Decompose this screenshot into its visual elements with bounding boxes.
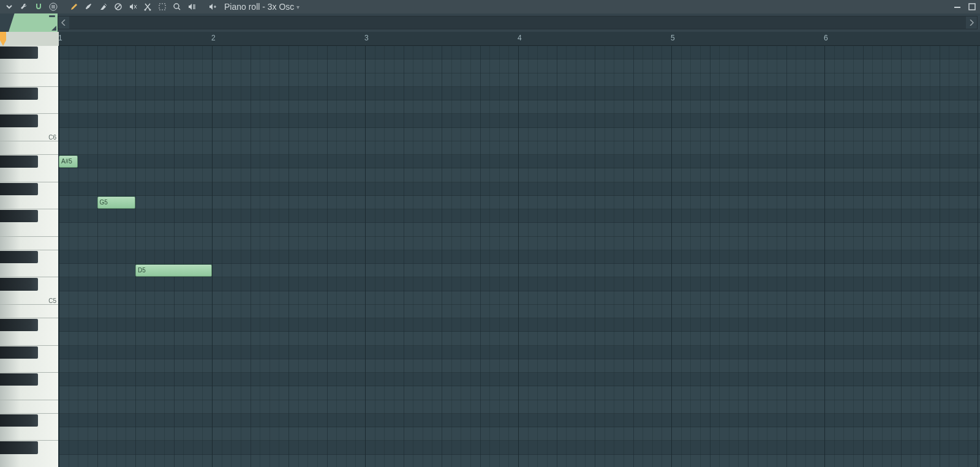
mute-icon[interactable] [126, 1, 140, 13]
note[interactable]: D5 [135, 264, 212, 277]
chevron-down-icon: ▾ [296, 4, 300, 10]
svg-rect-6 [954, 7, 960, 8]
black-key[interactable] [0, 183, 38, 195]
grid-row[interactable] [59, 359, 980, 373]
white-key[interactable] [0, 455, 58, 468]
octave-label: C5 [48, 297, 56, 304]
grid-row[interactable] [59, 87, 980, 100]
black-key[interactable] [0, 414, 38, 427]
note[interactable]: G5 [97, 196, 136, 209]
ruler-row: 123456 [0, 32, 980, 46]
grid-row[interactable] [59, 209, 980, 223]
note[interactable]: A#5 [59, 155, 78, 168]
grid-row[interactable] [59, 250, 980, 264]
grid-row[interactable] [59, 168, 980, 182]
black-key[interactable] [0, 319, 38, 331]
grid-row[interactable] [59, 318, 980, 332]
black-key[interactable] [0, 114, 38, 127]
white-key[interactable] [0, 168, 58, 182]
minimize-button[interactable] [952, 1, 963, 12]
cut-icon[interactable] [141, 1, 154, 13]
black-key[interactable] [0, 155, 38, 168]
playback-icon[interactable] [185, 1, 198, 13]
black-key[interactable] [0, 278, 38, 290]
white-key[interactable] [0, 237, 58, 250]
grid-row[interactable] [59, 455, 980, 468]
grid-row[interactable] [59, 128, 980, 141]
black-key[interactable] [0, 251, 38, 263]
white-key[interactable] [0, 100, 58, 114]
toolbar: Piano roll - 3x Osc ▾ [0, 0, 980, 13]
white-key[interactable] [0, 59, 58, 73]
grid-row[interactable] [59, 305, 980, 318]
white-key[interactable] [0, 305, 58, 318]
grid-row[interactable] [59, 373, 980, 386]
menu-dropdown-icon[interactable] [2, 1, 16, 13]
grid-row[interactable] [59, 46, 980, 59]
grid-row[interactable] [59, 182, 980, 196]
wrench-icon[interactable] [17, 1, 31, 13]
bar-number: 6 [824, 34, 828, 42]
grid-row[interactable] [59, 386, 980, 400]
pattern-tab-row [0, 13, 980, 32]
grid-row[interactable] [59, 414, 980, 427]
white-key[interactable] [0, 427, 58, 441]
black-key[interactable] [0, 47, 38, 59]
scroll-left-button[interactable] [58, 17, 69, 29]
grid-row[interactable] [59, 73, 980, 87]
black-key[interactable] [0, 346, 38, 359]
zoom-icon[interactable] [170, 1, 184, 13]
piano-keyboard[interactable]: C6C5 [0, 46, 59, 467]
white-key[interactable] [0, 223, 58, 236]
grid-row[interactable] [59, 400, 980, 414]
channel-title[interactable]: Piano roll - 3x Osc ▾ [224, 2, 300, 12]
grid-row[interactable] [59, 237, 980, 250]
scroll-right-button[interactable] [966, 17, 977, 29]
black-key[interactable] [0, 373, 38, 386]
bar-number: 5 [671, 34, 675, 42]
erase-icon[interactable] [97, 1, 110, 13]
grid-row[interactable] [59, 155, 980, 168]
grid-row[interactable] [59, 441, 980, 454]
horizontal-scrollbar[interactable] [58, 16, 978, 29]
magnet-icon[interactable] [32, 1, 45, 13]
white-key[interactable] [0, 264, 58, 277]
maximize-button[interactable] [967, 1, 978, 12]
svg-rect-7 [969, 4, 975, 10]
bar-number: 4 [518, 34, 522, 42]
grid-row[interactable] [59, 141, 980, 155]
grid-row[interactable] [59, 223, 980, 236]
note-grid[interactable]: A#5G5D5 [59, 46, 980, 467]
bar-number: 1 [58, 34, 62, 42]
grid-row[interactable] [59, 196, 980, 209]
black-key[interactable] [0, 88, 38, 100]
white-key[interactable] [0, 196, 58, 209]
white-key[interactable] [0, 386, 58, 400]
grid-row[interactable] [59, 59, 980, 73]
white-key[interactable] [0, 73, 58, 87]
grid-row[interactable] [59, 346, 980, 359]
black-key[interactable] [0, 210, 38, 222]
active-pattern-tab[interactable] [9, 13, 58, 32]
grid-row[interactable] [59, 277, 980, 291]
timeline-ruler[interactable]: 123456 [59, 32, 980, 46]
bar-number: 3 [364, 34, 369, 42]
white-key[interactable] [0, 359, 58, 373]
grid-row[interactable] [59, 332, 980, 345]
white-key[interactable] [0, 332, 58, 345]
disable-icon[interactable] [111, 1, 125, 13]
grid-row[interactable] [59, 114, 980, 127]
black-key[interactable] [0, 441, 38, 454]
grid-row[interactable] [59, 291, 980, 305]
pencil-icon[interactable] [67, 1, 81, 13]
white-key[interactable] [0, 141, 58, 155]
select-icon[interactable] [156, 1, 169, 13]
list-icon[interactable] [47, 1, 60, 13]
brush-icon[interactable] [82, 1, 96, 13]
grid-row[interactable] [59, 427, 980, 441]
playhead-marker[interactable] [0, 32, 6, 46]
scroll-track[interactable] [69, 17, 966, 29]
grid-row[interactable] [59, 100, 980, 114]
preview-icon[interactable] [206, 1, 219, 13]
white-key[interactable] [0, 400, 58, 414]
